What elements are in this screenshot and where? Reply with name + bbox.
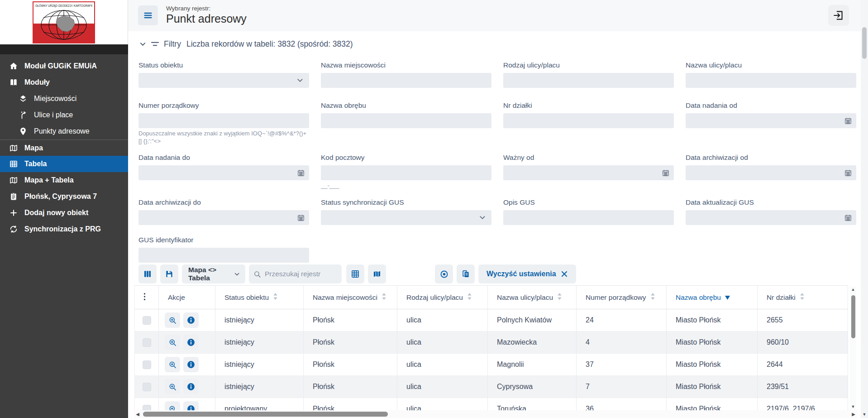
scroll-up-arrow[interactable]: ▲ — [851, 286, 855, 293]
data-archiwizacji-od-input[interactable] — [686, 165, 856, 180]
save-view-button[interactable] — [160, 264, 178, 283]
gus-identyfikator-input[interactable] — [138, 248, 309, 263]
row-checkbox[interactable] — [143, 360, 151, 369]
sidebar-item-modul-gugik-emuia[interactable]: Moduł GUGiK EMUiA — [0, 58, 128, 74]
filter-field-data-nadania-od: Data nadania od — [686, 101, 856, 128]
row-info-button[interactable] — [183, 379, 199, 394]
column-header-label: Nr działki — [767, 293, 796, 302]
filter-icon[interactable] — [151, 40, 159, 48]
sidebar-item-mapa-tabela[interactable]: Mapa + Tabela — [0, 172, 128, 188]
clear-settings-button[interactable]: Wyczyść ustawienia — [478, 264, 576, 283]
sidebar-item-miejscowosci[interactable]: Miejscowości — [0, 91, 128, 107]
column-header-nr-dzialki[interactable]: Nr działki — [758, 286, 848, 309]
row-zoom-button[interactable] — [165, 379, 180, 394]
columns-button[interactable] — [138, 264, 157, 283]
info-icon — [186, 404, 196, 410]
numer-porzadkowy-input[interactable] — [138, 113, 309, 128]
page-scrollbar[interactable]: ▼ — [861, 0, 868, 418]
zoom-in-icon — [168, 338, 177, 347]
scroll-right-arrow[interactable]: ▶ — [850, 412, 857, 417]
filters-collapse-chevron-icon[interactable] — [139, 41, 146, 48]
nazwa-obrebu-input[interactable] — [321, 113, 491, 128]
sort-icon[interactable] — [800, 293, 805, 302]
status-synchronizacji-gus-select[interactable] — [321, 210, 491, 225]
search-input[interactable] — [265, 270, 337, 278]
table-vertical-scrollbar[interactable]: ▲ ▼ — [850, 286, 856, 410]
sort-icon[interactable] — [273, 293, 278, 302]
wazny-od-input[interactable] — [503, 165, 674, 180]
sidebar-item-mapa[interactable]: Mapa — [0, 139, 128, 156]
row-info-button[interactable] — [183, 401, 199, 410]
nazwa-miejscowosci-input[interactable] — [321, 73, 491, 88]
data-aktualizacji-gus-input[interactable] — [686, 210, 856, 225]
calendar-icon — [844, 169, 852, 178]
sidebar-item-tabela[interactable]: Tabela — [0, 156, 128, 172]
column-header-nazwa-obrebu[interactable]: Nazwa obrębu — [667, 286, 758, 309]
row-checkbox[interactable] — [143, 338, 151, 347]
sort-icon[interactable] — [557, 293, 562, 302]
sort-icon[interactable] — [467, 293, 472, 302]
nr-dzialki-input[interactable] — [503, 113, 674, 128]
column-header-select[interactable] — [135, 286, 159, 309]
sidebar-item-moduly[interactable]: Moduły — [0, 74, 128, 91]
search-box[interactable] — [249, 264, 342, 283]
sort-desc-icon[interactable] — [725, 293, 730, 302]
menu-toggle-button[interactable] — [138, 5, 158, 25]
sort-icon[interactable] — [650, 293, 655, 302]
locate-button[interactable] — [435, 264, 453, 283]
sort-icon[interactable] — [382, 293, 386, 302]
grid-view-button[interactable] — [346, 264, 364, 283]
data-nadania-od-input[interactable] — [686, 113, 856, 128]
close-icon — [561, 270, 568, 278]
column-header-akcje[interactable]: Akcje — [159, 286, 215, 309]
column-header-nazwa-miejscowosci[interactable]: Nazwa miejscowości — [304, 286, 397, 309]
calendar-icon — [662, 169, 669, 178]
sidebar-item-punkty-adresowe[interactable]: Punkty adresowe — [0, 123, 128, 139]
table-horizontal-scrollbar[interactable]: ◀ ▶ — [134, 410, 857, 418]
data-archiwizacji-do-input[interactable] — [138, 210, 309, 225]
scroll-down-arrow[interactable]: ▼ — [851, 404, 855, 410]
column-header-rodzaj-ulicy-placu[interactable]: Rodzaj ulicy/placu — [397, 286, 488, 309]
scroll-left-arrow[interactable]: ◀ — [134, 412, 141, 417]
calendar-icon — [844, 117, 852, 126]
sidebar-item-synchronizacja-z-prg[interactable]: Synchronizacja z PRG — [0, 221, 128, 237]
opis-gus-input[interactable] — [503, 210, 674, 225]
column-header-status-obiektu[interactable]: Status obiektu — [215, 286, 304, 309]
row-info-button[interactable] — [183, 335, 199, 350]
kod-pocztowy-input[interactable] — [321, 165, 491, 180]
logout-button[interactable] — [828, 5, 849, 26]
rodzaj-ulicy-placu-input[interactable] — [503, 73, 674, 88]
row-zoom-button[interactable] — [165, 312, 180, 328]
map-view-button[interactable] — [368, 264, 386, 283]
filter-field-label: Numer porządkowy — [138, 101, 309, 110]
column-header-nazwa-ulicy-placu[interactable]: Nazwa ulicy/placu — [488, 286, 577, 309]
row-info-button[interactable] — [183, 312, 199, 328]
column-menu-icon[interactable] — [143, 292, 146, 303]
filter-field-gus-identyfikator: GUS identyfikator — [138, 236, 309, 263]
row-zoom-button[interactable] — [165, 401, 180, 410]
nazwa-ulicy-placu-input[interactable] — [686, 73, 856, 88]
sidebar-item-label: Mapa — [24, 144, 43, 152]
row-checkbox[interactable] — [143, 316, 151, 325]
data-nadania-do-input[interactable] — [138, 165, 309, 180]
horizontal-scroll-thumb[interactable] — [143, 412, 388, 417]
row-zoom-button[interactable] — [165, 357, 180, 372]
view-mode-select[interactable]: Mapa <> Tabela — [182, 264, 245, 283]
vertical-scroll-thumb[interactable] — [851, 295, 855, 338]
column-header-numer-porzadkowy[interactable]: Numer porządkowy — [577, 286, 667, 309]
page-scroll-thumb[interactable] — [862, 27, 867, 59]
sidebar-item-plonsk-cyprysowa-7[interactable]: Płońsk, Cyprysowa 7 — [0, 188, 128, 205]
row-checkbox[interactable] — [143, 383, 151, 391]
copy-records-button[interactable] — [457, 264, 475, 283]
add-icon — [9, 208, 18, 218]
filter-row: Data nadania do Kod pocztowy — [138, 154, 861, 180]
sidebar-item-dodaj-nowy-obiekt[interactable]: Dodaj nowy obiekt — [0, 205, 128, 221]
filter-field-kod-pocztowy: Kod pocztowy __-___ — [321, 154, 491, 180]
row-checkbox[interactable] — [143, 405, 151, 411]
status-obiektu-select[interactable] — [138, 73, 309, 88]
info-icon — [186, 382, 196, 391]
row-info-button[interactable] — [183, 357, 199, 372]
row-zoom-button[interactable] — [165, 335, 180, 350]
sidebar-item-ulice-i-place[interactable]: Ulice i place — [0, 107, 128, 123]
page-scroll-down-arrow[interactable]: ▼ — [861, 412, 868, 417]
